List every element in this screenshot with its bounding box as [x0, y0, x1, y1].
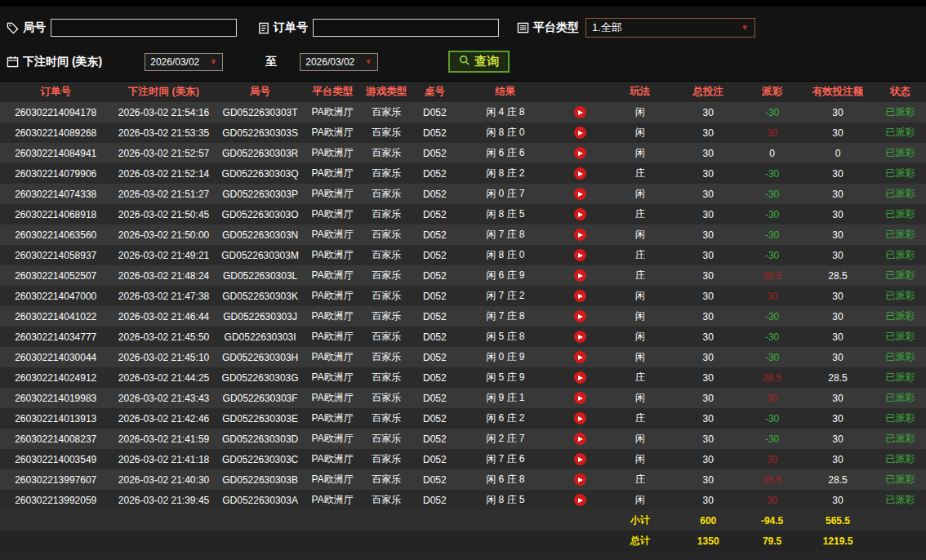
- replay-cell: [554, 429, 607, 449]
- query-button[interactable]: 查询: [448, 51, 510, 73]
- replay-icon[interactable]: [574, 188, 586, 200]
- play-triangle-icon: [578, 110, 583, 115]
- game-type-cell: 百家乐: [361, 327, 412, 347]
- play-cell: 闲: [607, 224, 673, 245]
- replay-icon[interactable]: [574, 371, 586, 384]
- subtotal-spacer: [0, 510, 607, 531]
- table-body: 260302214094178 2026-03-02 21:54:16 GD05…: [0, 102, 926, 510]
- payout-cell: 28.5: [743, 265, 801, 286]
- replay-icon[interactable]: [574, 433, 586, 445]
- result-cell: 闲 8 庄 5: [457, 204, 554, 224]
- play-cell: 闲: [607, 388, 673, 408]
- play-triangle-icon: [578, 294, 583, 299]
- result-cell: 闲 0 庄 7: [457, 184, 554, 204]
- table-row: 260302214019983 2026-03-02 21:43:43 GD05…: [0, 388, 926, 408]
- game-type-cell: 百家乐: [361, 184, 412, 204]
- play-cell: 庄: [607, 469, 673, 490]
- replay-icon[interactable]: [574, 290, 586, 302]
- total-valid-bet: 1219.5: [801, 531, 875, 551]
- replay-icon[interactable]: [574, 453, 586, 465]
- total-bet-cell: 30: [673, 163, 743, 184]
- result-cell: 闲 7 庄 8: [457, 224, 554, 245]
- table-no-cell: D052: [412, 449, 457, 469]
- table-no-cell: D052: [412, 408, 457, 429]
- play-cell: 庄: [607, 367, 673, 388]
- table-no-cell: D052: [412, 469, 457, 490]
- replay-icon[interactable]: [574, 249, 586, 261]
- result-cell: 闲 8 庄 5: [457, 490, 554, 510]
- order-no-cell: 260302214068918: [0, 204, 111, 224]
- replay-cell: [554, 224, 607, 245]
- order-no-cell: 260302213992059: [0, 490, 111, 510]
- platform-select[interactable]: 1.全部 ▼: [585, 18, 755, 38]
- result-cell: 闲 8 庄 0: [457, 245, 554, 265]
- platform-cell: PA欧洲厅: [305, 224, 361, 245]
- column-header-replay: [554, 82, 607, 102]
- play-triangle-icon: [578, 478, 583, 482]
- replay-icon[interactable]: [574, 494, 586, 506]
- round-filter-group: 局号: [7, 19, 237, 37]
- platform-cell: PA欧洲厅: [305, 122, 361, 143]
- valid-bet-cell: 30: [801, 490, 875, 510]
- platform-cell: PA欧洲厅: [305, 388, 361, 408]
- order-no-cell: 260302214084941: [0, 143, 111, 163]
- date-to-picker[interactable]: 2026/03/02 ▼: [300, 53, 378, 71]
- total-bet-cell: 30: [673, 265, 743, 286]
- platform-cell: PA欧洲厅: [305, 469, 361, 490]
- replay-icon[interactable]: [574, 147, 586, 159]
- replay-cell: [554, 449, 607, 469]
- replay-icon[interactable]: [574, 351, 586, 363]
- table-row: 260302214079906 2026-03-02 21:52:14 GD05…: [0, 163, 926, 184]
- play-triangle-icon: [578, 396, 583, 401]
- play-triangle-icon: [578, 273, 583, 278]
- order-no-cell: 260302214013913: [0, 408, 111, 429]
- order-no-cell: 260302213997607: [0, 469, 111, 490]
- replay-icon[interactable]: [574, 167, 586, 180]
- bet-time-cell: 2026-03-02 21:51:27: [111, 184, 216, 204]
- payout-cell: -30: [743, 102, 801, 122]
- total-bet-cell: 30: [673, 224, 743, 245]
- payout-cell: -30: [743, 224, 801, 245]
- replay-icon[interactable]: [574, 106, 586, 118]
- round-no-cell: GD0522630303Q: [216, 163, 305, 184]
- status-cell: 已派彩: [875, 347, 926, 367]
- order-no-cell: 260302214024912: [0, 367, 111, 388]
- result-cell: 闲 4 庄 8: [457, 102, 554, 122]
- play-triangle-icon: [578, 171, 583, 176]
- replay-cell: [554, 306, 607, 327]
- platform-cell: PA欧洲厅: [305, 347, 361, 367]
- replay-icon[interactable]: [574, 229, 586, 241]
- order-input[interactable]: [313, 19, 499, 37]
- replay-icon[interactable]: [574, 127, 586, 139]
- play-cell: 闲: [607, 347, 673, 367]
- round-no-cell: GD0522630303P: [216, 184, 305, 204]
- replay-icon[interactable]: [574, 392, 586, 404]
- platform-filter-group: 平台类型 1.全部 ▼: [517, 18, 755, 38]
- replay-icon[interactable]: [574, 331, 586, 343]
- table-row: 260302213992059 2026-03-02 21:39:45 GD05…: [0, 490, 926, 510]
- replay-icon[interactable]: [574, 310, 586, 322]
- payout-cell: -30: [743, 163, 801, 184]
- play-cell: 闲: [607, 184, 673, 204]
- play-cell: 庄: [607, 408, 673, 429]
- replay-icon[interactable]: [574, 269, 586, 282]
- replay-icon[interactable]: [574, 208, 586, 220]
- valid-bet-cell: 30: [801, 102, 875, 122]
- replay-icon[interactable]: [574, 473, 586, 486]
- records-table: 订单号 下注时间 (美东) 局号 平台类型 游戏类型 桌号 结果 玩法 总投注 …: [0, 82, 926, 551]
- order-no-cell: 260302214047000: [0, 286, 111, 306]
- platform-cell: PA欧洲厅: [305, 449, 361, 469]
- table-header-row: 订单号 下注时间 (美东) 局号 平台类型 游戏类型 桌号 结果 玩法 总投注 …: [0, 82, 926, 102]
- table-row: 260302214030044 2026-03-02 21:45:10 GD05…: [0, 347, 926, 367]
- table-row: 260302214024912 2026-03-02 21:44:25 GD05…: [0, 367, 926, 388]
- game-type-cell: 百家乐: [361, 449, 412, 469]
- replay-cell: [554, 367, 607, 388]
- payout-cell: 30: [743, 286, 801, 306]
- play-triangle-icon: [578, 233, 583, 238]
- date-from-picker[interactable]: 2026/03/02 ▼: [145, 53, 223, 71]
- order-no-cell: 260302214079906: [0, 163, 111, 184]
- round-input[interactable]: [51, 19, 237, 37]
- replay-icon[interactable]: [574, 412, 586, 424]
- status-cell: 已派彩: [875, 245, 926, 265]
- order-no-cell: 260302214058937: [0, 245, 111, 265]
